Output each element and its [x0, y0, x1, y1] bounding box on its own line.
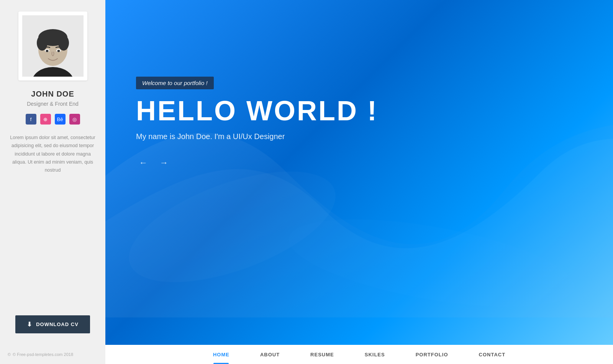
hero-content: Welcome to our portfolio ! HELLO WORLD !… [105, 0, 613, 169]
slider-arrows: ← → [136, 156, 582, 169]
svg-point-6 [58, 35, 69, 51]
behance-icon[interactable]: Bē [55, 114, 66, 125]
copyright-text: © Free-psd-templetes.com 2018 [13, 352, 73, 357]
nav-item-portfolio[interactable]: PORTFOLIO [400, 345, 464, 364]
svg-point-10 [57, 50, 60, 52]
sidebar-name: JOHN DOE [31, 90, 74, 98]
avatar [18, 11, 87, 80]
nav-item-about[interactable]: ABOUT [245, 345, 295, 364]
nav-item-resume[interactable]: RESUME [295, 345, 349, 364]
social-icons: f ⊕ Bē ◎ [26, 114, 80, 125]
sidebar-bio: Lorem ipsum dolor sit amet, consectetur … [8, 134, 98, 174]
copyright: © © Free-psd-templetes.com 2018 [8, 352, 73, 357]
avatar-image [22, 15, 84, 77]
copyright-symbol: © [8, 352, 11, 357]
svg-point-5 [37, 35, 48, 51]
hero-subtitle: My name is John Doe. I'm a UI/Ux Designe… [136, 132, 582, 141]
next-arrow-button[interactable]: → [157, 156, 171, 169]
download-cv-button[interactable]: ⬇ DOWNLOAD CV [15, 315, 90, 333]
navbar: © © Free-psd-templetes.com 2018 HOME ABO… [0, 345, 613, 364]
nav-item-contact[interactable]: CONTACT [464, 345, 521, 364]
nav-item-skiles[interactable]: SKILES [349, 345, 400, 364]
nav-items: HOME ABOUT RESUME SKILES PORTFOLIO CONTA… [105, 345, 613, 364]
instagram-icon[interactable]: ◎ [69, 114, 80, 125]
facebook-icon[interactable]: f [26, 114, 36, 125]
svg-point-9 [46, 50, 48, 52]
sidebar: JOHN DOE Designer & Front End f ⊕ Bē ◎ L… [0, 0, 105, 345]
sidebar-title: Designer & Front End [27, 101, 79, 107]
download-cv-label: DOWNLOAD CV [36, 321, 79, 327]
dribbble-icon[interactable]: ⊕ [40, 114, 51, 125]
navbar-left: © © Free-psd-templetes.com 2018 [0, 345, 105, 364]
download-icon: ⬇ [27, 321, 32, 328]
welcome-badge: Welcome to our portfolio ! [136, 77, 214, 89]
hero-title: HELLO WORLD ! [136, 97, 582, 125]
hero-section: Welcome to our portfolio ! HELLO WORLD !… [105, 0, 613, 345]
nav-item-home[interactable]: HOME [198, 345, 245, 364]
prev-arrow-button[interactable]: ← [136, 156, 151, 169]
